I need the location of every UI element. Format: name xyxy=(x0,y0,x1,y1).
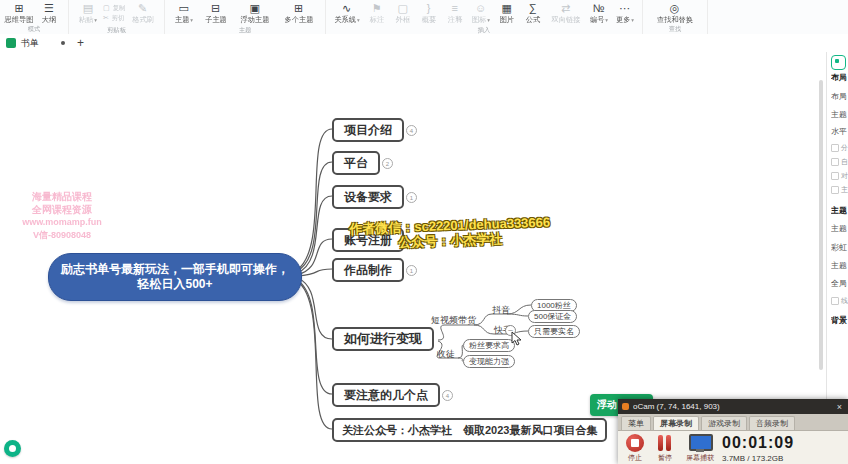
number-icon: № xyxy=(593,2,605,15)
ocam-stop-button[interactable]: 停止 xyxy=(626,434,644,463)
link-icon: ⇄ xyxy=(561,2,570,15)
panel-row-global[interactable]: 全局 xyxy=(831,278,848,289)
branch-label: 作品制作 xyxy=(344,263,392,277)
frame-icon: ▢ xyxy=(397,2,407,15)
mindmap-mode-label: 思维导图 xyxy=(5,15,34,23)
frame-button[interactable]: ▢ 外框 xyxy=(390,2,416,24)
subtopic-short-video[interactable]: 短视频带货 xyxy=(431,315,476,325)
leaf-realname-only[interactable]: 只需要实名 xyxy=(528,325,580,338)
leaf-monetize-ability[interactable]: 变现能力强 xyxy=(463,355,515,368)
collapse-badge[interactable]: 4 xyxy=(406,125,417,136)
ocam-tab-game-record[interactable]: 游戏录制 xyxy=(701,416,747,430)
panel-row-horizontal[interactable]: 水平 xyxy=(831,126,848,137)
branch-node-account-register[interactable]: 账号注册 xyxy=(332,228,404,252)
branch-node-follow-wechat[interactable]: 关注公众号：小杰学社 领取2023最新风口项目合集 xyxy=(332,418,607,442)
subtopic-douyin[interactable]: 抖音 xyxy=(492,305,510,315)
ocam-tab-menu[interactable]: 菜单 xyxy=(621,416,651,430)
panel-row-background-header: 背景 xyxy=(831,315,848,326)
panel-checkbox[interactable]: 线条 xyxy=(831,296,848,306)
topic-label: 主题 xyxy=(175,16,193,25)
floating-topic-icon: ▣ xyxy=(249,2,259,15)
central-topic-node[interactable]: 励志书单号最新玩法，一部手机即可操作， 轻松日入500+ xyxy=(48,253,302,301)
panel-row-theme2[interactable]: 主题 xyxy=(831,260,848,271)
collapse-badge[interactable]: 2 xyxy=(382,158,393,169)
paste-button[interactable]: ▤ 粘贴 xyxy=(73,2,103,25)
branch-node-platform[interactable]: 平台 2 xyxy=(332,151,380,175)
number-button[interactable]: № 编号 xyxy=(586,2,612,25)
ribbon-group-clipboard: ▤ 粘贴 ▢ 复制 ✂ 剪切 ✎ 格式刷 xyxy=(69,0,165,34)
panel-checkbox[interactable]: 自由 xyxy=(831,157,848,167)
ribbon-group-find: ◎ 查找和替换 查找 xyxy=(643,0,708,34)
ocam-pause-button[interactable]: 暂停 xyxy=(656,434,674,463)
assistant-button[interactable] xyxy=(4,440,21,457)
branch-node-content-making[interactable]: 作品制作 1 xyxy=(332,258,404,282)
branch-label: 账号注册 xyxy=(344,233,392,247)
topic-icon: ▭ xyxy=(178,2,188,15)
collapse-badge[interactable]: 4 xyxy=(442,390,453,401)
callout-button[interactable]: ⚑ 标注 xyxy=(364,2,390,24)
summary-icon: } xyxy=(427,2,431,15)
ocam-close-button[interactable]: × xyxy=(835,402,844,412)
cut-button[interactable]: ✂ 剪切 xyxy=(103,13,126,23)
panel-row-topic[interactable]: 主题 xyxy=(831,109,848,120)
outline-mode-button[interactable]: ☰ 大纲 xyxy=(34,2,64,24)
panel-checkbox[interactable]: 分支 xyxy=(831,143,848,153)
link-button[interactable]: ⇄ 双向链接 xyxy=(546,2,586,24)
summary-button[interactable]: } 概要 xyxy=(416,2,442,24)
ocam-tab-audio-record[interactable]: 音频录制 xyxy=(749,416,795,430)
panel-checkbox[interactable]: 主题 xyxy=(831,185,848,195)
branch-node-project-intro[interactable]: 项目介绍 4 xyxy=(332,118,404,142)
ocam-titlebar[interactable]: oCam (7, 74, 1641, 903) × xyxy=(618,399,848,414)
image-label: 图片 xyxy=(499,15,513,23)
branch-node-device[interactable]: 设备要求 1 xyxy=(332,185,404,209)
relationship-line-button[interactable]: ∿ 关系线 xyxy=(330,2,364,25)
vertical-scrollbar[interactable] xyxy=(819,80,823,370)
sheet-tab[interactable]: 书单 xyxy=(21,37,39,50)
panel-row-layout[interactable]: 布局 xyxy=(831,91,848,102)
panel-checkbox[interactable]: 对齐 xyxy=(831,171,848,181)
mindmap-icon: ⊞ xyxy=(14,2,23,15)
formula-icon: ∑ xyxy=(529,2,537,15)
subtopic-button[interactable]: ⊟ 子主题 xyxy=(199,2,233,24)
panel-row-theme[interactable]: 主题 xyxy=(831,223,848,234)
icon-insert-button[interactable]: ☺ 图标 xyxy=(468,2,494,25)
branch-label: 设备要求 xyxy=(344,190,392,204)
central-topic-line2: 轻松日入500+ xyxy=(137,277,212,292)
note-button[interactable]: ≡ 注释 xyxy=(442,2,468,24)
subtopic-icon: ⊟ xyxy=(211,2,220,15)
callout-icon: ⚑ xyxy=(372,2,382,15)
topic-button[interactable]: ▭ 主题 xyxy=(169,2,199,25)
pause-label: 暂停 xyxy=(658,453,672,463)
ocam-status: 00:01:09 3.7MB / 173.2GB xyxy=(722,434,794,463)
leaf-fan-requirement[interactable]: 粉丝要求高 xyxy=(463,339,515,352)
ocam-capture-button[interactable]: 屏幕捕获 xyxy=(686,434,714,463)
add-sheet-button[interactable]: + xyxy=(77,37,84,49)
collapse-badge[interactable]: 1 xyxy=(406,265,417,276)
capture-label: 屏幕捕获 xyxy=(686,453,714,463)
branch-node-monetize[interactable]: 如何进行变现 xyxy=(332,327,434,351)
copy-button[interactable]: ▢ 复制 xyxy=(103,3,126,13)
copy-icon: ▢ xyxy=(103,4,110,12)
collapse-badge[interactable]: 1 xyxy=(406,192,417,203)
leaf-500-deposit[interactable]: 500保证金 xyxy=(528,310,577,323)
sheet-tab-bar: 书单 + xyxy=(0,34,848,53)
pause-icon xyxy=(656,434,674,452)
panel-row-rainbow[interactable]: 彩虹 xyxy=(831,242,848,253)
image-button[interactable]: ▦ 图片 xyxy=(494,2,520,24)
ribbon-group-mode: ⊞ 思维导图 ☰ 大纲 模式 xyxy=(0,0,69,34)
formula-button[interactable]: ∑ 公式 xyxy=(520,2,546,24)
find-replace-button[interactable]: ◎ 查找和替换 xyxy=(647,2,703,24)
panel-row-theme-header: 主题 xyxy=(831,205,848,216)
format-painter-button[interactable]: ✎ 格式刷 xyxy=(126,2,160,24)
subtopic-apprentice[interactable]: 收徒 xyxy=(437,349,455,359)
floating-topic-label: 浮动主题 xyxy=(240,15,269,23)
mindmap-mode-button[interactable]: ⊞ 思维导图 xyxy=(4,2,34,24)
more-button[interactable]: ⋯ 更多 xyxy=(612,2,638,25)
number-label: 编号 xyxy=(590,16,608,25)
ribbon-toolbar: ⊞ 思维导图 ☰ 大纲 模式 ▤ 粘贴 ▢ 复制 xyxy=(0,0,848,35)
panel-style-icon[interactable] xyxy=(831,55,846,70)
branch-node-attention-points[interactable]: 要注意的几个点 4 xyxy=(332,383,440,407)
multi-topic-button[interactable]: ⊞ 多个主题 xyxy=(277,2,321,24)
floating-topic-button[interactable]: ▣ 浮动主题 xyxy=(233,2,277,24)
ocam-tab-screen-record[interactable]: 屏幕录制 xyxy=(653,416,699,430)
